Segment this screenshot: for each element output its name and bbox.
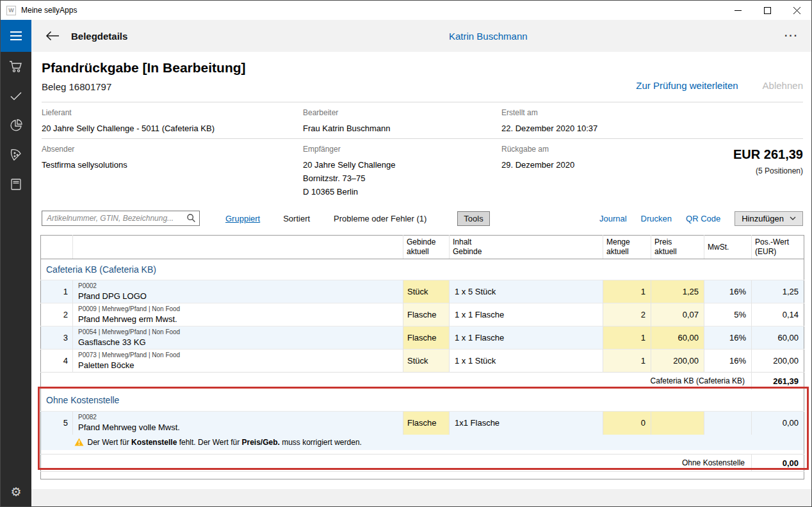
menge-cell[interactable]: 2 [603,303,651,326]
inhalt-cell: 1 x 1 Flasche [450,303,603,326]
spacer-row [41,472,804,479]
preis-cell[interactable]: 200,00 [651,350,704,373]
menge-cell[interactable]: 1 [603,350,651,373]
table-row[interactable]: 5 P0082 Pfand Mehrweg volle Mwst. Flasch… [41,412,804,435]
document-number: Beleg 16801797 [42,81,246,92]
table-row[interactable]: 4 P0073 | Mehrweg/Pfand | Non Food Palet… [41,350,804,373]
cart-icon [9,60,23,73]
article-name: Pfand DPG LOGO [78,291,403,302]
preis-cell[interactable]: 0,07 [651,303,704,326]
article-name: Paletten Böcke [78,360,403,371]
sidebar-item-reports[interactable] [1,111,31,140]
total-amount: EUR 261,39 [687,147,803,162]
maximize-button[interactable] [752,1,782,20]
search-icon [187,214,195,222]
close-button[interactable] [782,1,811,20]
rueckgabe-am-value: 29. Dezember 2020 [501,158,687,172]
wert-cell: 60,00 [752,326,804,350]
menu-button[interactable] [1,20,31,52]
wert-cell: 200,00 [752,350,804,373]
journal-link[interactable]: Journal [599,214,627,223]
titlebar: W Meine sellyApps [1,1,811,20]
hinzufuegen-label: Hinzufügen [742,214,784,223]
preis-cell[interactable]: 60,00 [651,326,704,350]
empfaenger-label: Empfänger [303,145,501,154]
group-name: Cafeteria KB (Cafeteria KB) [41,259,804,280]
group-header-row: Ohne Kostenstelle [41,390,804,412]
back-arrow-icon [45,31,60,41]
qr-code-link[interactable]: QR Code [686,214,720,223]
gebinde-cell[interactable]: Stück [403,350,450,373]
gebinde-cell[interactable]: Stück [403,280,450,303]
table-row[interactable]: 3 P0054 | Mehrweg/Pfand | Non Food Gasfl… [41,326,804,350]
article-code: P0002 [78,282,403,290]
mwst-cell: 16% [704,350,752,373]
wert-cell: 0,14 [752,303,804,326]
group-name: Ohne Kostenstelle [41,390,804,412]
warning-icon [74,438,84,446]
sidebar-item-catalog[interactable] [1,170,31,199]
back-button[interactable] [45,31,60,41]
col-number [41,236,73,259]
search-input[interactable] [42,211,200,226]
menge-cell[interactable]: 1 [603,326,651,350]
preis-cell[interactable]: 1,25 [651,280,704,303]
sidebar-item-cart[interactable] [1,52,31,81]
settings-button[interactable]: ⚙ [1,479,31,504]
sidebar-item-food[interactable] [1,140,31,170]
inhalt-cell: 1 x 1 Stück [450,350,603,373]
bottom-bar [31,489,811,506]
article-cell: P0009 | Mehrweg/Pfand | Non Food Pfand M… [73,303,403,326]
bearbeiter-label: Bearbeiter [303,108,501,117]
absender-value: Testfirma sellysolutions [42,158,303,172]
article-cell: P0002 Pfand DPG LOGO [73,280,403,303]
hinzufuegen-button[interactable]: Hinzufügen [735,211,803,226]
inhalt-cell: 1x1 Flasche [450,412,603,435]
rueckgabe-am-label: Rückgabe am [501,145,687,154]
article-code: P0082 [78,414,403,421]
tools-button[interactable]: Tools [457,211,489,226]
spacer-row [41,450,804,455]
main-content: Pfandrückgabe [In Bearbeitung] Beleg 168… [31,52,811,506]
gebinde-cell[interactable]: Flasche [403,303,450,326]
gear-icon: ⚙ [10,485,21,499]
document-title: Pfandrückgabe [In Bearbeitung] [42,60,246,76]
sidebar-item-tasks[interactable] [1,81,31,111]
filter-gruppiert[interactable]: Gruppiert [225,214,260,223]
reject-button[interactable]: Ablehnen [763,80,803,91]
current-user-link[interactable]: Katrin Buschmann [449,31,528,42]
filter-sortiert[interactable]: Sortiert [283,214,310,223]
menge-cell[interactable]: 1 [603,280,651,303]
empfaenger-line: D 10365 Berlin [303,185,501,198]
minimize-button[interactable] [723,1,752,20]
check-icon [10,91,22,101]
gebinde-cell[interactable]: Flasche [403,412,450,435]
article-code: P0054 | Mehrweg/Pfand | Non Food [78,328,403,336]
warning-row: Der Wert für Kostenstelle fehlt. Der Wer… [41,435,804,450]
subtotal-label: Cafeteria KB (Cafeteria KB) [41,373,752,390]
menge-cell[interactable]: 0 [603,412,651,435]
row-number: 2 [41,303,73,326]
filter-probleme[interactable]: Probleme oder Fehler (1) [334,214,426,223]
window-title: Meine sellyApps [21,6,77,15]
subtotal-value: 0,00 [752,455,804,472]
col-mwst: MwSt. [704,236,752,259]
app-window: W Meine sellyApps Belegdetails Katrin Bu… [0,0,812,507]
table-row[interactable]: 1 P0002 Pfand DPG LOGO Stück 1 x 5 Stück… [41,280,804,303]
group-subtotal-row: Ohne Kostenstelle 0,00 [41,455,804,472]
subtotal-value: 261,39 [752,373,804,390]
forward-for-review-button[interactable]: Zur Prüfung weiterleiten [636,80,738,91]
article-name: Pfand Mehrweg erm Mwst. [78,314,403,325]
more-options-button[interactable]: ··· [784,30,799,42]
article-code: P0009 | Mehrweg/Pfand | Non Food [78,305,403,313]
drucken-link[interactable]: Drucken [641,214,672,223]
col-pos-wert: Pos.-Wert(EUR) [752,236,804,259]
gebinde-cell[interactable]: Flasche [403,326,450,350]
table-row[interactable]: 2 P0009 | Mehrweg/Pfand | Non Food Pfand… [41,303,804,326]
article-name: Pfand Mehrweg volle Mwst. [78,422,403,433]
empfaenger-line: Bornitzstr. 73–75 [303,172,501,185]
row-number: 4 [41,350,73,373]
bearbeiter-value: Frau Katrin Buschmann [303,122,501,135]
row-number: 5 [41,412,73,435]
preis-cell[interactable] [651,412,704,435]
